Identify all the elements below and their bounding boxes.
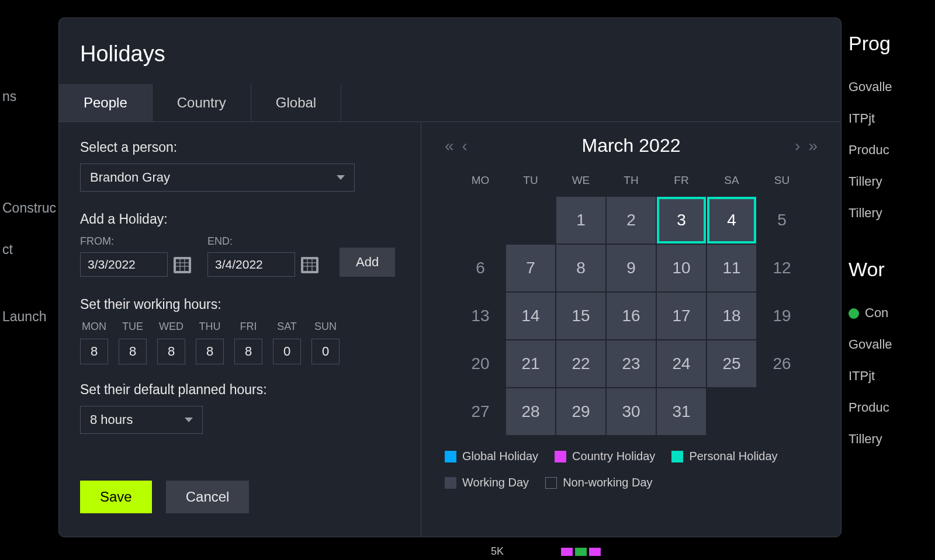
strip-segment [561, 548, 573, 556]
planned-hours-label: Set their default planned hours: [80, 382, 400, 398]
tab-global[interactable]: Global [251, 84, 341, 121]
save-button[interactable]: Save [80, 481, 152, 513]
bg-right-item[interactable]: Tillery [847, 197, 935, 229]
calendar-day[interactable]: 24 [657, 340, 706, 387]
swatch-country-icon [555, 451, 566, 462]
hours-input-sat[interactable] [273, 339, 301, 364]
hours-col-thu: THU [196, 321, 224, 364]
hours-input-wed[interactable] [157, 339, 185, 364]
swatch-global-icon [445, 451, 456, 462]
bottom-strip: 5K [491, 545, 601, 558]
end-label: END: [207, 235, 318, 248]
calendar-day[interactable]: 18 [707, 293, 756, 339]
hours-input-fri[interactable] [234, 339, 262, 364]
calendar-day[interactable]: 8 [556, 245, 605, 291]
bg-right-item[interactable]: ITPjt [847, 360, 935, 392]
calendar-dow: TH [606, 167, 656, 196]
from-date-input[interactable] [80, 252, 168, 277]
legend-working: Working Day [445, 476, 529, 489]
calendar-prev-year-icon[interactable]: « [445, 138, 454, 154]
legend-nonworking: Non-working Day [545, 476, 652, 489]
status-dot-icon [849, 308, 859, 319]
planned-hours-value: 8 hours [90, 412, 133, 427]
calendar-dow: FR [656, 167, 707, 196]
bg-right-item[interactable]: Produc [847, 134, 935, 166]
legend-personal: Personal Holiday [671, 450, 777, 463]
calendar-day[interactable]: 21 [506, 340, 555, 387]
calendar-day[interactable]: 3 [657, 197, 706, 244]
hours-col-mon: MON [80, 321, 108, 364]
calendar-day[interactable]: 2 [607, 197, 656, 244]
hours-input-tue[interactable] [119, 339, 147, 364]
swatch-nonworking-icon [545, 477, 557, 489]
calendar-dow: SA [707, 167, 757, 196]
calendar-icon[interactable] [301, 256, 318, 273]
bg-right-item[interactable]: Govalle [847, 71, 935, 103]
add-button[interactable]: Add [340, 248, 395, 277]
calendar-day[interactable]: 10 [657, 245, 706, 291]
tab-people[interactable]: People [59, 84, 153, 121]
calendar-day[interactable]: 20 [456, 340, 505, 387]
calendar-next-year-icon[interactable]: » [808, 138, 818, 154]
calendar-day[interactable]: 12 [757, 245, 806, 291]
calendar-day[interactable]: 16 [607, 293, 656, 339]
bg-right-status[interactable]: Con [847, 297, 935, 329]
calendar-day[interactable]: 1 [556, 197, 605, 244]
end-date-input[interactable] [207, 252, 295, 277]
calendar-title: March 2022 [468, 135, 795, 156]
calendar-next-month-icon[interactable]: › [795, 138, 800, 154]
calendar-day[interactable]: 19 [757, 293, 806, 339]
hours-col-wed: WED [157, 321, 185, 364]
calendar-day[interactable]: 11 [707, 245, 756, 291]
calendar-day[interactable]: 7 [506, 245, 555, 291]
calendar-prev-month-icon[interactable]: ‹ [462, 138, 468, 154]
svg-rect-5 [303, 259, 317, 272]
calendar-day[interactable]: 25 [707, 340, 756, 387]
calendar-icon[interactable] [174, 256, 191, 273]
calendar-day[interactable]: 9 [607, 245, 656, 291]
hours-input-thu[interactable] [196, 339, 224, 364]
calendar-day[interactable]: 4 [707, 197, 756, 244]
calendar-cell-empty [506, 197, 555, 244]
bg-right-item[interactable]: ITPjt [847, 103, 935, 134]
tab-country[interactable]: Country [153, 84, 251, 121]
strip-segment [589, 548, 601, 556]
calendar-day[interactable]: 5 [757, 197, 806, 244]
bg-right-item[interactable]: Govalle [847, 329, 935, 360]
strip-segment [575, 548, 587, 556]
hours-col-sat: SAT [273, 321, 301, 364]
calendar-day[interactable]: 31 [657, 388, 706, 435]
calendar-day[interactable]: 28 [506, 388, 555, 435]
planned-hours-select[interactable]: 8 hours [80, 406, 203, 434]
calendar-dow: MO [455, 167, 505, 196]
bg-right-item[interactable]: Tillery [847, 166, 935, 197]
hours-day-label: THU [199, 321, 221, 333]
modal-right-pane: « ‹ March 2022 › » MOTUWETHFRSASU1234567… [421, 122, 841, 537]
bg-right-item[interactable]: Produc [847, 392, 935, 423]
hours-input-mon[interactable] [80, 339, 108, 364]
calendar-day[interactable]: 30 [607, 388, 656, 435]
calendar-cell-empty [456, 197, 505, 244]
calendar-day[interactable]: 13 [456, 293, 505, 339]
calendar-day[interactable]: 14 [506, 293, 555, 339]
calendar-day[interactable]: 27 [456, 388, 505, 435]
chevron-down-icon [337, 175, 345, 180]
calendar-day[interactable]: 29 [556, 388, 605, 435]
calendar-day[interactable]: 6 [456, 245, 505, 291]
swatch-personal-icon [671, 451, 683, 462]
hours-input-sun[interactable] [311, 339, 340, 364]
cancel-button[interactable]: Cancel [166, 481, 250, 513]
calendar-day[interactable]: 22 [556, 340, 605, 387]
hours-col-fri: FRI [234, 321, 262, 364]
calendar-day[interactable]: 17 [657, 293, 706, 339]
calendar-day[interactable]: 26 [757, 340, 806, 387]
calendar-dow: SU [757, 167, 807, 196]
add-holiday-label: Add a Holiday: [80, 211, 400, 227]
bg-right-heading: Wor [847, 258, 935, 281]
calendar-day[interactable]: 23 [607, 340, 656, 387]
calendar-day[interactable]: 15 [556, 293, 605, 339]
bg-right-item[interactable]: Tillery [847, 423, 935, 455]
hours-day-label: SUN [314, 321, 337, 333]
person-select[interactable]: Brandon Gray [80, 164, 355, 192]
modal-title: Holidays [59, 18, 841, 84]
